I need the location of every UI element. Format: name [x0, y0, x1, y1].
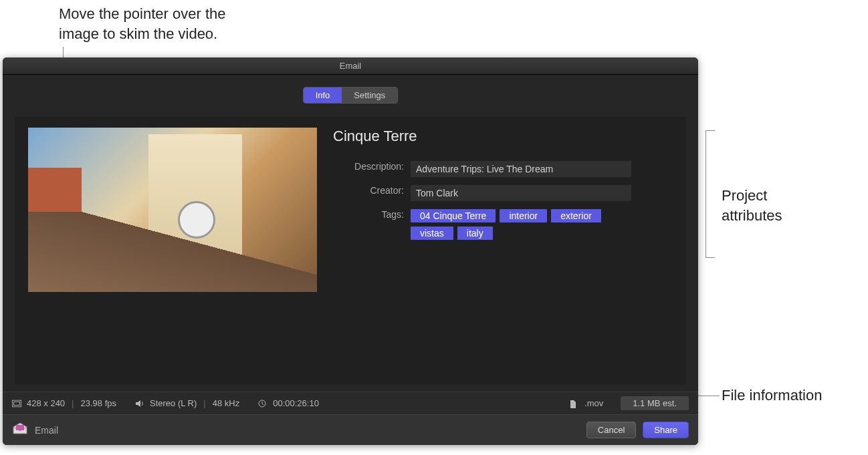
callout-file-information: File information — [722, 386, 822, 406]
svg-marker-2 — [136, 400, 140, 407]
callout-leader — [706, 130, 706, 257]
tags-label: Tags: — [333, 209, 411, 220]
video-thumbnail[interactable] — [28, 128, 317, 292]
callout-leader — [706, 257, 715, 258]
envelope-icon — [12, 423, 28, 437]
share-button[interactable]: Share — [643, 422, 689, 438]
creator-label: Creator: — [333, 185, 411, 196]
destination-label: Email — [35, 425, 58, 436]
fps-value: 23.98 fps — [81, 398, 117, 408]
attr-row-creator: Creator: — [333, 185, 673, 201]
separator: | — [203, 398, 205, 408]
tag-item[interactable]: exterior — [551, 209, 601, 222]
attr-row-tags: Tags: 04 Cinque Terre interior exterior … — [333, 209, 673, 240]
file-info-bar: 428 x 240 | 23.98 fps Stereo (L R) | 48 … — [3, 392, 698, 414]
project-attributes: Cinque Terre Description: Creator: Tags:… — [333, 128, 673, 248]
audio-value: Stereo (L R) — [150, 398, 197, 408]
clock-icon — [258, 400, 267, 408]
cancel-button[interactable]: Cancel — [586, 422, 636, 438]
window-title: Email — [3, 57, 698, 75]
document-icon — [570, 400, 579, 408]
callout-leader — [706, 130, 715, 131]
svg-rect-1 — [14, 402, 20, 405]
tag-item[interactable]: interior — [500, 209, 547, 222]
info-panel: Cinque Terre Description: Creator: Tags:… — [15, 117, 686, 385]
separator: | — [72, 398, 74, 408]
tags-container[interactable]: 04 Cinque Terre interior exterior vistas… — [411, 209, 611, 240]
tag-item[interactable]: 04 Cinque Terre — [411, 209, 496, 222]
tag-item[interactable]: vistas — [411, 226, 453, 240]
creator-field[interactable] — [411, 185, 631, 201]
extension-value: .mov — [584, 398, 603, 408]
content-area: Info Settings Cinque Terre Description: … — [3, 75, 698, 392]
samplerate-value: 48 kHz — [213, 398, 239, 408]
filesize-estimate: 1.1 MB est. — [621, 396, 689, 410]
callout-skim: Move the pointer over the image to skim … — [59, 4, 225, 43]
share-dialog-window: Email Info Settings Cinque Terre Descrip… — [3, 57, 698, 445]
svg-rect-5 — [16, 425, 24, 430]
footer-bar: Email Cancel Share — [3, 414, 698, 445]
description-label: Description: — [333, 161, 411, 172]
frame-icon — [12, 400, 21, 408]
project-title: Cinque Terre — [333, 128, 673, 145]
tab-settings[interactable]: Settings — [342, 88, 397, 103]
tab-info[interactable]: Info — [304, 88, 342, 103]
dimensions-value: 428 x 240 — [27, 398, 65, 408]
duration-value: 00:00:26:10 — [273, 398, 319, 408]
description-field[interactable] — [411, 161, 631, 177]
tab-row: Info Settings — [15, 87, 686, 104]
tag-item[interactable]: italy — [457, 226, 493, 240]
speaker-icon — [135, 400, 144, 408]
callout-project-attributes: Project attributes — [722, 186, 782, 225]
segmented-control: Info Settings — [303, 87, 399, 104]
attr-row-description: Description: — [333, 161, 673, 177]
